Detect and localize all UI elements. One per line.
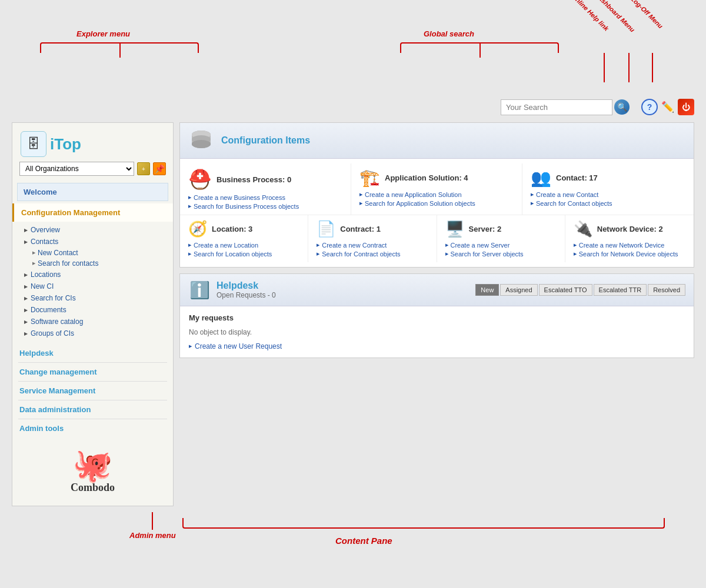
- content-pane: Configuration Items ⛑️ Business Process:…: [179, 122, 694, 358]
- menu-item-software-catalog[interactable]: ▶Software catalog: [19, 316, 173, 328]
- sidebar-footer: 🐙 Combodo: [12, 437, 173, 506]
- helpdesk-icon: ℹ️: [188, 279, 211, 301]
- helpdesk-title: Helpdesk: [217, 280, 475, 291]
- menu-item-contacts[interactable]: ▶Contacts: [19, 236, 173, 248]
- search-server-link[interactable]: ▶Search for Server objects: [445, 250, 557, 258]
- tab-assigned[interactable]: Assigned: [500, 284, 537, 296]
- create-server-link[interactable]: ▶Create a new Server: [445, 242, 557, 249]
- ci-item-business-process: ⛑️ Business Process: 0 ▶Create a new Bus…: [180, 163, 351, 215]
- combodo-creature-icon: 🐙: [72, 449, 113, 482]
- menu-item-groups-ci[interactable]: ▶Groups of CIs: [19, 328, 173, 339]
- pencil-icon: ✏️: [661, 101, 674, 113]
- create-contract-link[interactable]: ▶Create a new Contract: [317, 242, 428, 249]
- config-management-items: ▶Overview ▶Contacts ▶New Contact ▶Search…: [12, 222, 173, 342]
- config-management-menu[interactable]: Configuration Management: [12, 203, 173, 222]
- create-application-solution-link[interactable]: ▶Create a new Application Solution: [359, 191, 514, 198]
- helpdesk-title-area: Helpdesk Open Requests - 0: [217, 280, 475, 299]
- change-management-menu[interactable]: Change management: [12, 363, 173, 381]
- help-button[interactable]: ?: [641, 99, 658, 115]
- ci-panel: Configuration Items ⛑️ Business Process:…: [179, 122, 694, 268]
- ci-item-server: 🖥️ Server: 2 ▶Create a new Server ▶Searc…: [437, 215, 565, 262]
- search-business-process-link[interactable]: ▶Search for Business Process objects: [188, 203, 342, 210]
- tab-escalated-ttr[interactable]: Escalated TTR: [594, 284, 647, 296]
- location-label: Location: 3: [212, 225, 252, 233]
- search-network-device-link[interactable]: ▶Search for Network Device objects: [574, 250, 685, 258]
- contact-label: Contact: 17: [556, 173, 598, 182]
- create-business-process-link[interactable]: ▶Create a new Business Process: [188, 194, 342, 201]
- contact-icon: 👥: [531, 168, 551, 188]
- helpdesk-tabs: New Assigned Escalated TTO Escalated TTR…: [475, 284, 685, 296]
- welcome-menu[interactable]: Welcome: [17, 183, 168, 201]
- my-requests-title: My requests: [189, 313, 685, 322]
- menu-item-new-ci[interactable]: ▶New CI: [19, 280, 173, 292]
- search-location-link[interactable]: ▶Search for Location objects: [188, 250, 299, 258]
- search-area: 🔍: [501, 99, 630, 115]
- online-help-annotation: Online Help link: [571, 0, 610, 32]
- search-contact-link[interactable]: ▶Search for Contact objects: [531, 200, 685, 207]
- application-solution-icon: 🏗️: [359, 168, 380, 188]
- search-button[interactable]: 🔍: [614, 99, 630, 115]
- org-dropdown[interactable]: All Organizations: [19, 162, 134, 176]
- location-icon: 🧭: [188, 220, 207, 238]
- create-location-link[interactable]: ▶Create a new Location: [188, 242, 299, 249]
- application-solution-label: Application Solution: 4: [385, 173, 468, 182]
- menu-item-documents[interactable]: ▶Documents: [19, 304, 173, 316]
- ci-panel-icon: [188, 128, 214, 153]
- tab-resolved[interactable]: Resolved: [648, 284, 685, 296]
- helpdesk-panel-body: My requests No object to display. ▶ Crea…: [180, 306, 694, 358]
- admin-tools-menu[interactable]: Admin tools: [12, 419, 173, 437]
- ci-item-contact: 👥 Contact: 17 ▶Create a new Contact ▶Sea…: [522, 163, 694, 215]
- power-icon: ⏻: [678, 99, 694, 115]
- tab-new[interactable]: New: [475, 284, 499, 296]
- create-user-request-link[interactable]: ▶ Create a new User Request: [189, 342, 685, 350]
- menu-item-overview[interactable]: ▶Overview: [19, 224, 173, 236]
- ci-item-application-solution: 🏗️ Application Solution: 4 ▶Create a new…: [351, 163, 522, 215]
- network-device-label: Network Device: 2: [597, 225, 663, 233]
- sidebar: 🗄 iTop All Organizations + 📌 Welcome Con…: [12, 122, 174, 506]
- contract-icon: 📄: [317, 220, 335, 238]
- network-device-icon: 🔌: [574, 220, 592, 238]
- ci-item-contract: 📄 Contract: 1 ▶Create a new Contract ▶Se…: [308, 215, 437, 262]
- bottom-annotations: Admin menu Content Pane: [12, 512, 694, 559]
- ci-item-network-device: 🔌 Network Device: 2 ▶Create a new Networ…: [565, 215, 694, 262]
- server-icon: 🖥️: [445, 220, 464, 238]
- business-process-label: Business Process: 0: [217, 175, 291, 184]
- logo-area: 🗄 iTop: [12, 123, 173, 162]
- svg-point-5: [192, 140, 211, 148]
- ci-panel-header: Configuration Items: [180, 123, 694, 159]
- ci-panel-title: Configuration Items: [221, 135, 310, 146]
- search-icon: 🔍: [614, 99, 630, 115]
- dashboard-button[interactable]: ✏️: [661, 101, 674, 113]
- help-icon: ?: [641, 99, 658, 115]
- ci-row-1: ⛑️ Business Process: 0 ▶Create a new Bus…: [180, 163, 694, 215]
- create-contact-link[interactable]: ▶Create a new Contact: [531, 191, 685, 198]
- combodo-logo-text: Combodo: [71, 482, 115, 494]
- content-pane-label: Content Pane: [335, 536, 392, 546]
- pin-button[interactable]: 📌: [153, 162, 166, 175]
- server-label: Server: 2: [469, 225, 502, 233]
- search-input[interactable]: [501, 99, 612, 115]
- logoff-menu-annotation: Log-Off Menu: [630, 0, 664, 29]
- create-network-device-link[interactable]: ▶Create a new Network Device: [574, 242, 685, 249]
- tab-escalated-tto[interactable]: Escalated TTO: [539, 284, 592, 296]
- no-object-message: No object to display.: [189, 328, 685, 336]
- app-title: iTop: [50, 135, 81, 153]
- search-contract-link[interactable]: ▶Search for Contract objects: [317, 250, 428, 258]
- menu-item-locations[interactable]: ▶Locations: [19, 269, 173, 280]
- menu-item-search-ci[interactable]: ▶Search for CIs: [19, 292, 173, 304]
- explorer-menu-label: Explorer menu: [76, 29, 130, 38]
- menu-item-new-contact[interactable]: ▶New Contact: [19, 248, 173, 258]
- search-application-solution-link[interactable]: ▶Search for Application Solution objects: [359, 200, 514, 207]
- admin-menu-label: Admin menu: [129, 531, 176, 540]
- ci-row-2: 🧭 Location: 3 ▶Create a new Location ▶Se…: [180, 215, 694, 262]
- contract-label: Contract: 1: [340, 225, 381, 233]
- data-administration-menu[interactable]: Data administration: [12, 400, 173, 419]
- menu-item-search-contacts[interactable]: ▶Search for contacts: [19, 258, 173, 269]
- helpdesk-panel: ℹ️ Helpdesk Open Requests - 0 New Assign…: [179, 273, 694, 358]
- helpdesk-menu[interactable]: Helpdesk: [12, 344, 173, 362]
- admin-menu-annotation-area: Admin menu: [129, 512, 176, 540]
- global-search-label: Global search: [424, 29, 474, 38]
- logoff-button[interactable]: ⏻: [678, 99, 694, 115]
- org-new-button[interactable]: +: [137, 162, 150, 175]
- service-management-menu[interactable]: Service Management: [12, 382, 173, 400]
